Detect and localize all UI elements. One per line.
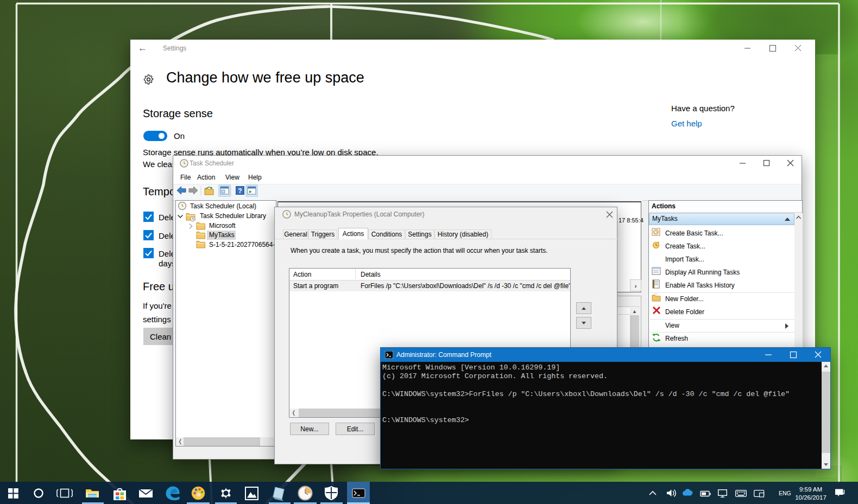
svg-text:?: ? [238, 187, 242, 195]
svg-text:ENG: ENG [779, 490, 791, 496]
svg-text:10/26/2017: 10/26/2017 [795, 494, 827, 501]
svg-text:9:59 AM: 9:59 AM [799, 486, 822, 493]
